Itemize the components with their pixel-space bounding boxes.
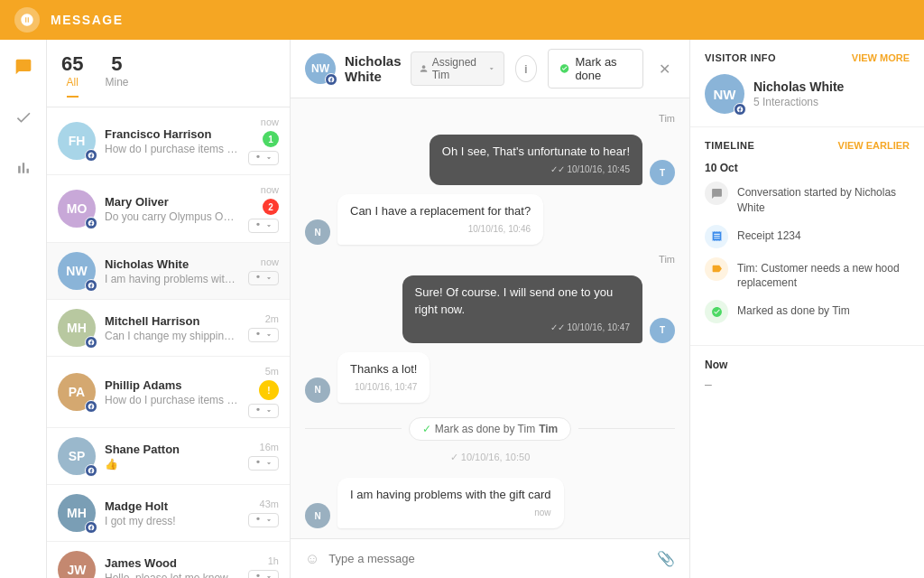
message-bubble-3: Sure! Of course. I will send one to you … (402, 275, 643, 342)
message-bubble-1: Oh I see, That's unfortunate to hear! ✓✓… (430, 135, 642, 185)
message-text-4: Thanks a lot! (350, 362, 417, 376)
conversation-item-1[interactable]: FH Francisco Harrison How do I purchase … (47, 107, 290, 175)
assigned-text: Assigned Tim (432, 56, 484, 81)
visitor-name: Nicholas White (753, 79, 844, 94)
app-logo (14, 7, 40, 33)
conv-preview-4: Can I change my shipping a... (105, 330, 239, 342)
all-count: 65 (61, 52, 83, 76)
view-earlier-link[interactable]: VIEW EARLIER (838, 140, 910, 151)
msg-avatar-nicholas-3: N (305, 503, 330, 528)
conv-badge-1: 1 (263, 131, 279, 147)
conv-name-5: Phillip Adams (105, 378, 239, 392)
app-title: MESSAGE (51, 13, 124, 27)
info-button[interactable]: i (515, 55, 538, 82)
conv-meta-5: 5m ! (248, 366, 279, 418)
conv-info-8: James Wood Hello, please let me know t..… (105, 556, 239, 579)
assign-btn-3[interactable] (248, 271, 279, 285)
visitor-info-section: VISITOR INFO VIEW MORE NW Nicholas White… (690, 40, 924, 127)
assign-btn-7[interactable] (248, 513, 279, 527)
right-panel: VISITOR INFO VIEW MORE NW Nicholas White… (689, 40, 924, 578)
timeline-text-4: Marked as done by Tim (737, 300, 850, 319)
conv-avatar-4: MH (58, 309, 96, 347)
nav-message-icon[interactable] (7, 51, 40, 83)
conv-preview-8: Hello, please let me know t... (105, 572, 239, 579)
conversation-item-7[interactable]: MH Madge Holt I got my dress! 43m (47, 485, 290, 542)
message-input[interactable] (328, 552, 648, 565)
chat-header-actions: Assigned Tim i Mark as done ✕ (411, 49, 675, 89)
close-button[interactable]: ✕ (654, 56, 675, 81)
conv-fb-badge-2 (85, 217, 97, 229)
visitor-info-content: NW Nicholas White 5 Interactions (705, 74, 910, 114)
system-check-icon: ✓ (422, 423, 431, 435)
conversation-item-8[interactable]: JW James Wood Hello, please let me know … (47, 542, 290, 578)
message-row-2: N Can I have a replacement for that? 10/… (305, 194, 675, 245)
message-time-1: ✓✓ 10/10/16, 10:45 (442, 163, 630, 176)
conv-meta-3: now (248, 256, 279, 285)
conversation-item-4[interactable]: MH Mitchell Harrison Can I change my shi… (47, 300, 290, 357)
conv-time-5: 5m (265, 366, 279, 377)
conv-fb-badge-7 (85, 521, 97, 534)
conv-avatar-1: FH (58, 122, 96, 160)
conv-fb-badge-4 (85, 336, 97, 349)
nav-chart-icon[interactable] (7, 152, 40, 184)
msg-avatar-tim-1: T (650, 160, 675, 185)
conv-name-6: Shane Patton (105, 443, 239, 456)
conv-meta-4: 2m (248, 313, 279, 342)
message-time-5: now (350, 507, 551, 519)
system-event-time: ✓ 10/10/16, 10:50 (305, 452, 675, 463)
visitor-interactions: 5 Interactions (753, 96, 844, 108)
mine-count: 5 (111, 52, 122, 76)
assign-btn-4[interactable] (248, 328, 279, 342)
conv-avatar-7: MH (58, 494, 96, 532)
conv-avatar-5: PA (58, 373, 96, 411)
emoji-icon[interactable]: ☺ (305, 551, 319, 567)
attach-icon[interactable]: 📎 (657, 550, 675, 567)
all-tab[interactable]: 65 All (61, 52, 83, 98)
system-actor: Tim (539, 423, 558, 435)
conv-name-1: Francisco Harrison (105, 127, 239, 141)
timeline-item-3: Tim: Customer needs a new hood replaceme… (705, 257, 910, 292)
message-time-2: 10/10/16, 10:46 (350, 223, 531, 236)
conv-name-3: Nicholas White (105, 257, 239, 271)
conversation-item-2[interactable]: MO Mary Oliver Do you carry Olympus OM..… (47, 175, 290, 243)
conv-meta-6: 16m (248, 442, 279, 471)
assigned-badge[interactable]: Assigned Tim (411, 51, 504, 86)
conv-avatar-6: SP (58, 437, 96, 475)
msg-avatar-nicholas-1: N (305, 219, 330, 245)
timeline-item-2: Receipt 1234 (705, 225, 910, 248)
conv-time-2: now (261, 184, 279, 195)
now-section: Now – (690, 346, 924, 404)
mine-tab[interactable]: 5 Mine (105, 52, 128, 98)
timeline-title: TIMELINE (705, 140, 754, 151)
conv-time-6: 16m (260, 442, 279, 452)
message-text-1: Oh I see, That's unfortunate to hear! (442, 144, 630, 158)
conv-time-1: now (261, 117, 279, 127)
header-fb-badge (325, 73, 337, 86)
conversation-item-6[interactable]: SP Shane Patton 👍 16m (47, 428, 290, 485)
all-label: All (67, 76, 79, 98)
conv-meta-1: now 1 (248, 117, 279, 165)
assign-btn-6[interactable] (248, 456, 279, 471)
mark-done-button[interactable]: Mark as done (548, 49, 643, 89)
view-more-link[interactable]: VIEW MORE (852, 52, 910, 63)
timeline-date: 10 Oct (705, 162, 910, 174)
assign-btn-5[interactable] (248, 404, 279, 418)
conv-time-4: 2m (265, 313, 279, 324)
assign-btn-2[interactable] (248, 219, 279, 233)
timeline-text-1: Conversation started by Nicholas White (737, 182, 910, 216)
assign-btn-1[interactable] (248, 151, 279, 165)
conversation-item-5[interactable]: PA Phillip Adams How do I purchase items… (47, 357, 290, 428)
timeline-section: TIMELINE VIEW EARLIER 10 Oct Conversatio… (690, 127, 924, 346)
conversation-item-3[interactable]: NW Nicholas White I am having problems w… (47, 243, 290, 300)
nav-check-icon[interactable] (7, 101, 40, 134)
message-time-4: 10/10/16, 10:47 (350, 381, 417, 394)
timeline-item-4: Marked as done by Tim (705, 300, 910, 323)
assign-btn-8[interactable] (248, 570, 279, 578)
conv-time-8: 1h (268, 555, 279, 566)
timeline-text-2: Receipt 1234 (737, 225, 801, 244)
system-check-small: ✓ (450, 452, 458, 462)
visitor-details: Nicholas White 5 Interactions (753, 79, 844, 108)
conv-name-4: Mitchell Harrison (105, 314, 239, 328)
message-time-3: ✓✓ 10/10/16, 10:47 (415, 322, 631, 334)
conv-avatar-circle-8: JW (58, 551, 96, 578)
